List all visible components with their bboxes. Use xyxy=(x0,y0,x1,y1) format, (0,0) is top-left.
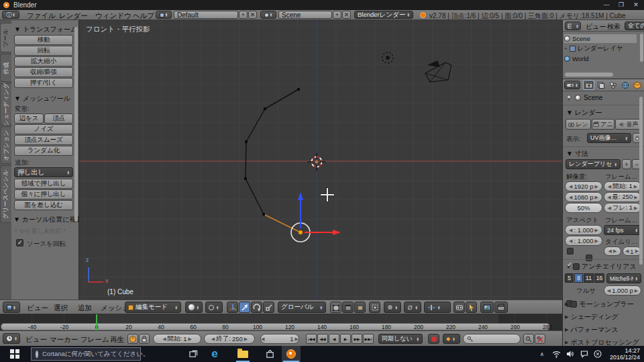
menu-render[interactable]: レンダー xyxy=(59,11,88,21)
timeline-region[interactable]: -40-200204060801001201401601802002202402… xyxy=(0,314,562,346)
tab-object-properties[interactable] xyxy=(631,80,643,90)
panel-post-processing[interactable]: ▶ポストプロセッシング xyxy=(565,338,643,346)
manipulator-scale-button[interactable] xyxy=(263,302,274,313)
button-vertex-slide[interactable]: 頂点 xyxy=(44,114,73,124)
extrude-dropdown[interactable]: 押し出し xyxy=(14,167,73,177)
menu-window[interactable]: ウィンドウ xyxy=(95,11,131,21)
tray-expand-chevron[interactable]: ∧ xyxy=(537,346,547,362)
frame-step-field[interactable]: ◀フレ: 1▶ xyxy=(604,203,641,213)
lamp-icon[interactable] xyxy=(382,52,393,63)
mode-dropdown[interactable]: 編集モード xyxy=(125,302,181,313)
notification-close-icon[interactable] xyxy=(592,346,604,362)
panel-header-render[interactable]: ▼ レンダー xyxy=(566,108,602,118)
remap-old-field[interactable]: ◀▶ xyxy=(604,246,621,256)
aa-samples-16[interactable]: 16 xyxy=(594,273,604,283)
screen-layout-icon-button[interactable] xyxy=(156,11,172,19)
stepper-right-icon[interactable]: ▶ xyxy=(295,336,299,342)
menu-file[interactable]: ファイル xyxy=(27,11,56,21)
fps-dropdown[interactable]: 24 fps xyxy=(604,225,641,235)
pin-icon[interactable] xyxy=(566,95,572,101)
aa-samples-5[interactable]: 5 xyxy=(565,273,574,283)
outliner-filter-dropdown[interactable]: 全ての xyxy=(625,21,644,30)
tl-menu-marker[interactable]: マーカー xyxy=(50,335,78,345)
stepper-left-icon[interactable]: ◀ xyxy=(261,336,264,342)
panel-header-antialiasing[interactable]: ▼ アンチエイリアス xyxy=(566,262,637,271)
transform-orientation-dropdown[interactable]: グローバル xyxy=(278,302,326,313)
frame-start-prop-field[interactable]: ◀開始: 1▶ xyxy=(604,181,641,191)
editor-type-info-button[interactable]: ⓘ xyxy=(2,11,19,19)
opengl-render-anim-button[interactable] xyxy=(494,302,508,313)
tl-menu-frame[interactable]: フレーム xyxy=(80,335,109,345)
outliner-hscrollbar[interactable] xyxy=(565,73,613,77)
menu-add[interactable]: 追加 xyxy=(78,304,92,313)
button-shrink-fatten[interactable]: 収縮/膨張 xyxy=(14,67,73,77)
outliner-item-scene[interactable]: Scene xyxy=(564,34,637,43)
proportional-edit-dropdown[interactable] xyxy=(404,302,421,313)
start-button[interactable] xyxy=(0,346,30,362)
tab-create[interactable]: 作成 xyxy=(0,54,11,82)
menu-select[interactable]: 選択 xyxy=(54,304,68,313)
resolution-y-field[interactable]: ◀1080 p▶ xyxy=(565,192,602,202)
scene-icon-button[interactable] xyxy=(260,11,276,19)
lock-range-button[interactable] xyxy=(139,334,150,344)
aa-samples-11[interactable]: 11 xyxy=(584,273,594,283)
editor-type-properties-button[interactable] xyxy=(564,81,580,89)
preset-add-button[interactable]: + xyxy=(622,159,631,169)
antialiasing-checkbox[interactable] xyxy=(573,263,580,270)
editor-type-outliner-button[interactable] xyxy=(565,21,581,30)
aspect-checkbox-2[interactable] xyxy=(586,255,592,261)
aspect-checkbox-1[interactable] xyxy=(567,248,574,255)
tab-render-properties[interactable] xyxy=(583,80,594,90)
record-button[interactable] xyxy=(428,334,439,344)
keying-set-field[interactable] xyxy=(463,334,521,344)
snap-cursor-button[interactable] xyxy=(466,302,477,313)
tab-options[interactable]: オプション xyxy=(0,126,11,164)
menu-help[interactable]: ヘルプ xyxy=(133,11,154,21)
camera-icon[interactable] xyxy=(425,60,451,82)
resolution-percent-field[interactable]: 50% xyxy=(565,203,602,213)
stepper-right-icon[interactable]: ▶ xyxy=(244,336,248,342)
render-still-button[interactable]: レン xyxy=(566,119,591,130)
panel-header-duplicate[interactable]: ▼ カーソル位置に複製/押し xyxy=(13,215,79,224)
layout-delete-button[interactable]: ✕ xyxy=(248,11,257,19)
scene-field[interactable]: Scene xyxy=(278,11,332,19)
cortana-search-box[interactable]: Cortanaに何か聞いてみてください。 xyxy=(31,347,141,361)
outliner-menu-search[interactable]: 検索 xyxy=(607,22,621,32)
limit-to-visible-button[interactable] xyxy=(369,302,380,313)
jump-prev-keyframe-button[interactable]: ◀◀ xyxy=(317,334,328,344)
tab-render-layers[interactable] xyxy=(595,80,606,90)
tab-world-properties[interactable] xyxy=(619,80,631,90)
manipulator-translate-button[interactable] xyxy=(239,302,250,313)
sync-dropdown[interactable]: 同期しない xyxy=(378,334,423,344)
viewport-3d[interactable]: フロント・平行投影 z x (1) Cube xyxy=(79,20,562,300)
face-select-mode-button[interactable] xyxy=(354,302,366,313)
layout-add-button[interactable]: + xyxy=(239,11,248,19)
file-explorer-button[interactable] xyxy=(233,346,252,362)
snap-dropdown[interactable] xyxy=(424,302,451,313)
jump-to-end-button[interactable]: ▶▶| xyxy=(363,334,374,344)
motion-blur-checkbox[interactable] xyxy=(570,301,577,308)
volume-icon[interactable] xyxy=(564,346,576,362)
button-edge-slide[interactable]: 辺をス xyxy=(14,114,44,124)
action-center-icon[interactable] xyxy=(578,346,590,362)
outliner-vscrollbar[interactable] xyxy=(640,34,643,62)
panel-motion-blur[interactable]: ▶ モーションブラー xyxy=(565,300,643,309)
matcap-dropdown[interactable] xyxy=(384,302,401,313)
aspect-x-field[interactable]: ◀: 1.000▶ xyxy=(565,225,602,235)
mesh-polyline[interactable] xyxy=(244,88,301,232)
render-preset-dropdown[interactable]: レンダープリセ… xyxy=(566,159,621,169)
manipulator-rotate-button[interactable] xyxy=(251,302,262,313)
jump-next-keyframe-button[interactable]: ▶▶ xyxy=(352,334,362,344)
display-dropdown[interactable]: UV画像… xyxy=(587,133,631,143)
tool-shelf-scrollbar[interactable] xyxy=(74,27,78,222)
current-frame-field[interactable]: ◀ 1 ▶ xyxy=(260,334,299,344)
edge-browser-button[interactable]: e xyxy=(205,346,224,362)
frame-end-field[interactable]: ◀ 終了: 250 ▶ xyxy=(204,334,255,344)
minimize-button[interactable]: — xyxy=(599,0,614,9)
resolution-x-field[interactable]: ◀1920 p▶ xyxy=(565,181,602,191)
edge-select-mode-button[interactable] xyxy=(342,302,354,313)
render-engine-dropdown[interactable]: Blenderレンダー xyxy=(354,11,413,19)
tl-menu-view[interactable]: ビュー xyxy=(25,335,47,345)
render-audio-button[interactable]: 音声 xyxy=(615,119,642,130)
blender-taskbar-button[interactable] xyxy=(282,346,301,362)
